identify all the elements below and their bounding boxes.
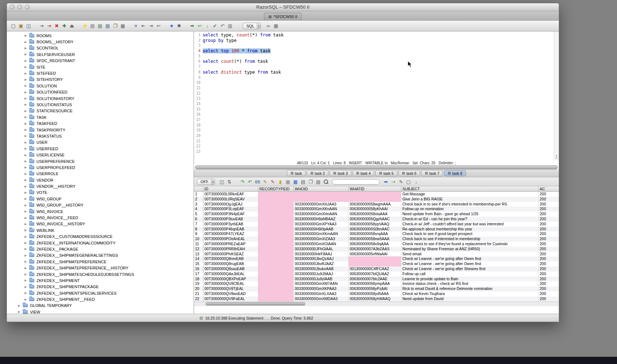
tab-close-icon[interactable]: ⊠ [310,171,313,175]
table-cell[interactable]: 00T3000000P3LopEAF [203,207,258,212]
table-cell[interactable] [258,212,294,217]
table-cell[interactable]: 200 [539,217,559,222]
tree-item[interactable]: ▶USERLICENSE [7,152,194,158]
table-cell[interactable]: Rick to email David & reference Delmonte… [401,286,539,291]
disclosure-triangle-icon[interactable]: ▶ [25,235,29,238]
table-cell[interactable]: 200 [539,247,559,252]
table-cell[interactable]: 00T3000000QBXPeEAP [203,277,258,282]
table-cell[interactable]: 0033000000JFhGlAAL [294,247,349,252]
row-number-cell[interactable]: 5 [194,212,203,217]
disclosure-triangle-icon[interactable]: ▶ [25,197,29,200]
disclosure-triangle-icon[interactable]: ▶ [25,291,29,295]
editor-hscrollbar[interactable] [195,165,558,169]
table-row[interactable]: 1000T3000000POeAnEAL0033000000GmXIZAA300… [194,237,559,242]
row-number-cell[interactable]: 4 [194,207,203,212]
table-row[interactable]: 100T3000000L0RknEAFGet Massage200 [194,192,559,197]
table-row[interactable]: 800T3000000P46qnEAB0033000000H9i0pAAB006… [194,227,559,232]
disclosure-triangle-icon[interactable]: ▶ [25,222,29,226]
disclosure-triangle-icon[interactable]: ▶ [25,122,29,125]
disclosure-triangle-icon[interactable]: ▶ [25,109,29,113]
tree-item[interactable]: ▶ZKFEDEX__SHIPMATEPREFERENCE [7,259,194,265]
table-cell[interactable]: 00630000007blc2AAE [349,277,401,282]
disconnect-icon[interactable]: ✖ [53,22,60,29]
favorites-icon[interactable]: ★ [168,22,175,29]
disclosure-triangle-icon[interactable]: ▶ [25,147,29,150]
table-cell[interactable]: 0013000000C4fFCAAZ [349,266,401,272]
table-cell[interactable]: 200 [539,272,559,277]
table-cell[interactable]: 00T3000000Q8rugEAB [203,261,258,266]
table-cell[interactable]: 0033000000JbukoAAB [294,266,349,272]
table-lookup-icon[interactable]: ✱ [176,22,182,29]
tree-item[interactable]: ▶ROOMS__HISTORY [7,39,194,45]
save-results-icon[interactable]: ◫ [219,178,225,185]
disclosure-triangle-icon[interactable]: ▶ [18,310,23,313]
disclosure-triangle-icon[interactable]: ▶ [25,285,29,289]
row-number-cell[interactable]: 15 [194,261,203,266]
tree-item[interactable]: ▶GLOBAL TEMPORARY [7,303,194,309]
table-cell[interactable]: 200 [539,281,559,286]
table-cell[interactable]: 00630000007A3bZAAS [349,247,401,252]
table-cell[interactable]: 0033000000GmXHJAA3 [294,202,349,207]
disclosure-triangle-icon[interactable]: ▶ [25,134,29,138]
export-next-icon[interactable]: ↷ [239,178,246,185]
table-cell[interactable]: Give Jenn a BIG RAISE [401,197,539,202]
table-cell[interactable] [258,266,294,272]
table-cell[interactable]: Check w/ Kevin Tsujihara [401,291,539,296]
table-cell[interactable]: 006300000058yPzAAI [349,286,401,291]
table-cell[interactable] [258,256,294,261]
disclosure-triangle-icon[interactable]: ▶ [25,172,29,176]
table-row[interactable]: 2200T3000000QV9FaEAL0033000000GmXMDAA300… [194,296,559,302]
close-window-button[interactable] [10,5,14,9]
tree-item[interactable]: ▶SOLUTIONFEED [7,89,194,95]
table-cell[interactable]: 200 [539,266,559,272]
table-cell[interactable]: Check-in w/ Ed - can he join this year? [401,217,539,222]
tree-item[interactable]: ▶SITEFEED [7,70,194,76]
table-row[interactable]: 1700T3000000QAeJbEAL0033000000Ju9J9AAJ00… [194,272,559,277]
results-search-input[interactable] [332,179,380,185]
disclosure-triangle-icon[interactable]: ▶ [25,53,29,56]
table-cell[interactable]: 00T3000000PRR8rEAH [203,247,258,252]
tab-close-icon[interactable]: ⊠ [290,171,293,175]
table-cell[interactable]: 00630000005xfWaAAI [349,252,401,257]
table-cell[interactable] [258,291,294,296]
execute-sql-icon[interactable]: ⚡ [82,22,88,29]
tab-close-icon[interactable]: ⊠ [448,171,450,175]
tree-item[interactable]: ▶ZKFEDEX__SHIPMENTSPECIALSERVICES [7,290,194,296]
tree-item[interactable]: ▶SOLUTIONSTATUS [7,101,194,108]
fetch-more-icon[interactable]: ↓ [413,178,419,185]
scrollbar-thumb[interactable] [206,302,305,306]
disclosure-triangle-icon[interactable]: ▶ [25,260,29,263]
tree-item[interactable]: ▶ZKFEDEX__SHIPMENT [7,277,194,283]
disclosure-triangle-icon[interactable]: ▶ [25,84,29,87]
disclosure-triangle-icon[interactable]: ▶ [18,304,23,307]
table-row[interactable]: 1800T3000000QBXPeEAP0033000000Ju9zlAAB00… [194,277,559,282]
limit-select[interactable]: OFF [197,179,215,185]
table-cell[interactable]: 00T3000000QV9FaEAL [203,296,258,302]
table-cell[interactable]: 0033000000JbvRJAAZ [294,261,349,266]
table-cell[interactable]: 006300000058x9qAAA [349,242,401,247]
connections-icon[interactable]: ∞ [265,22,272,29]
table-cell[interactable]: 200 [539,237,559,242]
disclosure-triangle-icon[interactable]: ▶ [25,97,29,100]
disclosure-triangle-icon[interactable]: ▶ [25,153,29,157]
tree-item[interactable]: ▶TASK [7,114,194,120]
go-forward-icon[interactable]: ➡ [189,22,195,29]
disclosure-triangle-icon[interactable]: ▶ [25,191,29,194]
report-icon[interactable]: ▤ [300,178,306,185]
disclosure-triangle-icon[interactable]: ▶ [25,103,29,106]
tree-item[interactable]: ▶SITEHISTORY [7,77,194,83]
table-cell[interactable]: 006300000058xrqAAA [349,231,401,237]
table-cell[interactable]: 00630000007bIQUAA2 [349,272,401,277]
row-number-cell[interactable]: 3 [194,202,203,207]
table-cell[interactable]: 200 [539,207,559,212]
table-cell[interactable]: 200 [539,212,559,217]
result-tab[interactable]: ⊠task 6 [398,170,420,176]
table-cell[interactable] [258,222,294,227]
sort-filter-icon[interactable]: ⇅ [226,178,233,185]
add-connection-icon[interactable]: ✚ [61,22,68,29]
table-cell[interactable]: 0033000000GmXIZAA3 [294,237,349,242]
table-cell[interactable] [349,197,401,202]
table-cell[interactable]: 006300000058wgmAAA [349,202,401,207]
grid-blue-icon[interactable]: ▦ [292,178,299,185]
table-cell[interactable]: 006300000058ympAAA [349,281,401,286]
